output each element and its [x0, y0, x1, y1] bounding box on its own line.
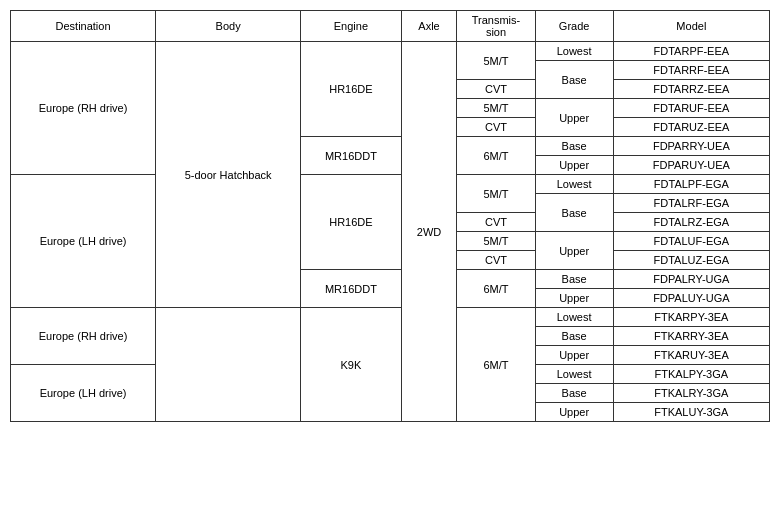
- grade-cell: Upper: [535, 289, 613, 308]
- engine-cell: HR16DE: [301, 42, 401, 137]
- model-cell: FDTARRZ-EEA: [613, 80, 769, 99]
- grade-cell: Upper: [535, 232, 613, 270]
- model-cell: FDTARUZ-EEA: [613, 118, 769, 137]
- transmission-cell: 6M/T: [457, 137, 535, 175]
- model-cell: FDPALRY-UGA: [613, 270, 769, 289]
- col-header-engine: Engine: [301, 11, 401, 42]
- transmission-cell: 5M/T: [457, 232, 535, 251]
- grade-cell: Upper: [535, 346, 613, 365]
- grade-cell: Upper: [535, 99, 613, 137]
- col-header-axle: Axle: [401, 11, 457, 42]
- model-cell: FDTARUF-EEA: [613, 99, 769, 118]
- destination-cell: Europe (RH drive): [11, 42, 156, 175]
- col-header-body: Body: [156, 11, 301, 42]
- table-row: Europe (RH drive) 5-door Hatchback HR16D…: [11, 42, 770, 61]
- destination-cell: Europe (LH drive): [11, 175, 156, 308]
- grade-cell: Base: [535, 137, 613, 156]
- col-header-grade: Grade: [535, 11, 613, 42]
- grade-cell: Upper: [535, 156, 613, 175]
- grade-cell: Base: [535, 327, 613, 346]
- transmission-cell: CVT: [457, 118, 535, 137]
- grade-cell: Base: [535, 270, 613, 289]
- destination-cell: Europe (LH drive): [11, 365, 156, 422]
- body-cell-k9k: [156, 308, 301, 422]
- model-cell: FDTALUF-EGA: [613, 232, 769, 251]
- engine-cell: MR16DDT: [301, 270, 401, 308]
- transmission-cell: CVT: [457, 213, 535, 232]
- model-cell: FDPARUY-UEA: [613, 156, 769, 175]
- transmission-cell: 5M/T: [457, 175, 535, 213]
- grade-cell: Base: [535, 61, 613, 99]
- spec-table: Destination Body Engine Axle Transmis-si…: [10, 10, 770, 422]
- model-cell: FDTALPF-EGA: [613, 175, 769, 194]
- grade-cell: Lowest: [535, 175, 613, 194]
- col-header-destination: Destination: [11, 11, 156, 42]
- model-cell: FDTALRF-EGA: [613, 194, 769, 213]
- grade-cell: Lowest: [535, 42, 613, 61]
- model-cell: FDTARRF-EEA: [613, 61, 769, 80]
- engine-cell: HR16DE: [301, 175, 401, 270]
- col-header-model: Model: [613, 11, 769, 42]
- grade-cell: Upper: [535, 403, 613, 422]
- grade-cell: Base: [535, 384, 613, 403]
- model-cell: FTKARRY-3EA: [613, 327, 769, 346]
- grade-cell: Lowest: [535, 308, 613, 327]
- transmission-cell: CVT: [457, 80, 535, 99]
- transmission-cell-k9k: 6M/T: [457, 308, 535, 422]
- model-cell: FTKALUY-3GA: [613, 403, 769, 422]
- model-cell: FDTARPF-EEA: [613, 42, 769, 61]
- engine-cell: MR16DDT: [301, 137, 401, 175]
- engine-cell-k9k: K9K: [301, 308, 401, 422]
- body-cell: 5-door Hatchback: [156, 42, 301, 308]
- model-cell: FTKALPY-3GA: [613, 365, 769, 384]
- table-row: Europe (LH drive) HR16DE 5M/T Lowest FDT…: [11, 175, 770, 194]
- destination-cell: Europe (RH drive): [11, 308, 156, 365]
- model-cell: FDTALRZ-EGA: [613, 213, 769, 232]
- axle-cell: 2WD: [401, 42, 457, 422]
- model-cell: FTKARUY-3EA: [613, 346, 769, 365]
- model-cell: FTKARPY-3EA: [613, 308, 769, 327]
- table-row: Europe (RH drive) K9K 6M/T Lowest FTKARP…: [11, 308, 770, 327]
- model-cell: FTKALRY-3GA: [613, 384, 769, 403]
- transmission-cell: 5M/T: [457, 42, 535, 80]
- col-header-transmission: Transmis-sion: [457, 11, 535, 42]
- model-cell: FDPARRY-UEA: [613, 137, 769, 156]
- transmission-cell: 5M/T: [457, 99, 535, 118]
- model-cell: FDPALUY-UGA: [613, 289, 769, 308]
- grade-cell: Base: [535, 194, 613, 232]
- transmission-cell: CVT: [457, 251, 535, 270]
- transmission-cell: 6M/T: [457, 270, 535, 308]
- grade-cell: Lowest: [535, 365, 613, 384]
- model-cell: FDTALUZ-EGA: [613, 251, 769, 270]
